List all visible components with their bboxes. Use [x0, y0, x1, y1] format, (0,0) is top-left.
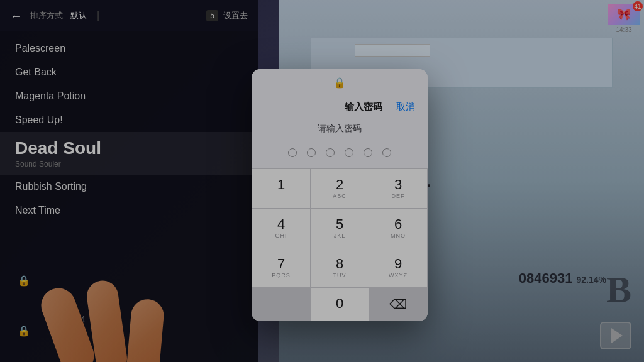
dialog-overlay: [0, 0, 644, 362]
